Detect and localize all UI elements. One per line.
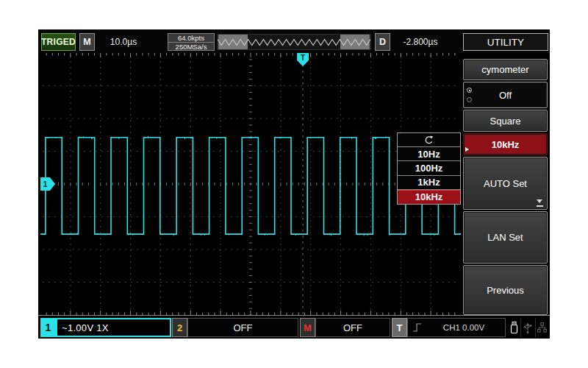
waveform-overview-strip [217, 34, 371, 50]
menu-item-frequency-selected[interactable]: 10kHz [463, 133, 548, 155]
memory-depth-readout: 64.0kpts [168, 34, 214, 43]
bottom-status-bar: 1 ~1.00V 1X 2 OFF M OFF T CH1 0.00V [38, 315, 550, 339]
rotate-knob-icon [398, 133, 460, 147]
menu-item-off[interactable]: Off [463, 82, 548, 108]
top-status-bar: TRIGED M 10.0µs 64.0kpts 250MSa/s D -2.8… [38, 29, 550, 53]
menu-item-cymometer[interactable]: cymometer [463, 59, 548, 80]
trigger-badge[interactable]: T [392, 318, 407, 337]
usb-device-icon [507, 318, 520, 337]
radio-unselected-icon [467, 97, 472, 102]
menu-item-off-label: Off [499, 90, 512, 101]
menu-item-auto-set-label: AUTO Set [484, 178, 527, 189]
dropdown-option-10khz-selected[interactable]: 10kHz [398, 190, 460, 204]
dropdown-option-1khz[interactable]: 1kHz [398, 176, 460, 190]
timebase-readout: 10.0µs [97, 33, 150, 51]
ch1-badge[interactable]: 1 [40, 318, 56, 337]
utility-menu-title[interactable]: UTILITY [463, 33, 548, 51]
graticule-display: T 1 10Hz 100Hz 1kHz 10kHz [40, 53, 461, 315]
menu-item-square[interactable]: Square [463, 110, 548, 132]
soft-menu-sidebar: cymometer Off Square 10kHz AUTO Set LAN … [461, 53, 550, 315]
overview-zigzag-icon [218, 35, 370, 49]
menu-item-auto-set[interactable]: AUTO Set [463, 157, 548, 210]
menu-item-lan-set[interactable]: LAN Set [463, 211, 548, 263]
trigger-source-readout: CH1 0.00V [423, 323, 505, 332]
usb-host-icon [520, 318, 534, 337]
frequency-dropdown-menu: 10Hz 100Hz 1kHz 10kHz [397, 132, 461, 205]
active-item-arrow-icon [465, 147, 469, 152]
horizontal-mode-badge: M [79, 33, 95, 51]
radio-selected-icon [467, 88, 472, 93]
ch1-scale-readout[interactable]: ~1.00V 1X [56, 318, 171, 337]
peripheral-status-icons [507, 318, 549, 337]
horizontal-delay-readout: -2.800µs [387, 33, 454, 51]
rising-edge-icon [412, 322, 423, 333]
menu-item-previous[interactable]: Previous [463, 265, 548, 315]
math-status-readout[interactable]: OFF [315, 318, 390, 337]
trigger-info-box: CH1 0.00V [407, 318, 506, 337]
ch1-level-marker[interactable]: 1 [40, 177, 55, 191]
dropdown-option-100hz[interactable]: 100Hz [398, 161, 460, 175]
rotate-knob-icon [423, 135, 434, 145]
oscilloscope-screen: TRIGED M 10.0µs 64.0kpts 250MSa/s D -2.8… [38, 29, 550, 339]
acquisition-info-box: 64.0kpts 250MSa/s [168, 33, 215, 51]
sample-rate-readout: 250MSa/s [168, 43, 214, 51]
trigger-status-badge: TRIGED [41, 33, 76, 51]
ch2-status-readout[interactable]: OFF [187, 318, 298, 337]
svg-text:1: 1 [43, 180, 48, 188]
more-pages-icon [537, 199, 543, 207]
math-badge[interactable]: M [300, 318, 315, 337]
dropdown-option-10hz[interactable]: 10Hz [398, 147, 460, 161]
screenshot-stage: TRIGED M 10.0µs 64.0kpts 250MSa/s D -2.8… [0, 0, 588, 368]
trigger-position-marker[interactable]: T [297, 53, 309, 66]
ch2-badge[interactable]: 2 [172, 318, 187, 337]
menu-item-frequency-label: 10kHz [492, 139, 520, 150]
svg-text:T: T [301, 54, 305, 62]
lan-network-icon [535, 318, 549, 337]
